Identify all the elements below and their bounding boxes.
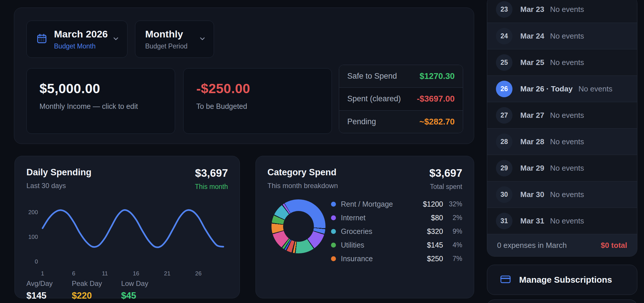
calendar-row[interactable]: 30Mar 30No events: [487, 181, 637, 208]
legend-label: Rent / Mortgage: [341, 200, 393, 208]
day-number-badge: 31: [496, 213, 512, 229]
legend-percent: 32%: [443, 200, 462, 208]
category-donut-chart: [271, 199, 325, 253]
category-spend-card: Category Spend This month breakdown $3,6…: [256, 156, 474, 298]
legend-value: $250: [427, 255, 443, 263]
daily-stat: Peak Day$220: [72, 279, 102, 301]
calendar-date-label: Mar 29: [520, 164, 544, 173]
y-axis-tick: 100: [28, 234, 38, 240]
category-spend-title: Category Spend: [267, 167, 338, 178]
x-axis-tick: 1: [41, 270, 44, 277]
budget-period-value: Monthly: [145, 28, 188, 40]
day-number-badge: 29: [496, 160, 512, 176]
daily-spending-line: [43, 210, 224, 247]
legend-value: $1200: [423, 200, 443, 208]
calendar-row-today[interactable]: 26Mar 26 · TodayNo events: [487, 75, 637, 102]
legend-percent: 7%: [443, 255, 462, 263]
spend-summary-row: Spent (cleared)-$3697.00: [339, 87, 463, 110]
calendar-events-text: No events: [550, 137, 584, 146]
calendar-row[interactable]: 29Mar 29No events: [487, 155, 637, 181]
to-be-budgeted-caption: To be Budgeted: [196, 102, 319, 111]
daily-spending-line-chart: 01002001611162126: [26, 192, 228, 279]
calendar-icon: [36, 33, 48, 46]
day-number-badge: 24: [496, 28, 512, 44]
category-spend-subtitle: This month breakdown: [267, 182, 338, 190]
spend-summary-value: $1270.30: [420, 71, 455, 81]
to-be-budgeted-card: -$250.00 To be Budgeted: [183, 68, 332, 134]
x-axis-tick: 16: [133, 270, 139, 277]
daily-stat-label: Avg/Day: [26, 279, 53, 288]
calendar-events-list[interactable]: 23Mar 23No events24Mar 24No events25Mar …: [487, 0, 637, 257]
x-axis-tick: 11: [102, 270, 108, 277]
calendar-row[interactable]: 31Mar 31No events: [487, 208, 637, 234]
legend-dot-icon: [331, 243, 336, 248]
calendar-row[interactable]: 25Mar 25No events: [487, 49, 637, 75]
legend-value: $145: [427, 241, 443, 249]
legend-value: $320: [427, 227, 443, 236]
legend-value: $80: [431, 214, 443, 222]
budget-month-dropdown[interactable]: March 2026 Budget Month: [26, 21, 127, 58]
y-axis-tick: 200: [28, 209, 38, 215]
day-number-badge: 27: [496, 107, 512, 124]
expenses-total-text: $0 total: [601, 241, 627, 250]
x-axis-tick: 6: [72, 270, 75, 277]
legend-row: Insurance$2507%: [331, 253, 462, 264]
legend-percent: 4%: [443, 241, 462, 249]
monthly-income-amount: $5,000.00: [39, 81, 162, 96]
budget-month-label: Budget Month: [54, 42, 108, 50]
legend-percent: 9%: [443, 228, 462, 235]
monthly-income-card[interactable]: $5,000.00 Monthly Income — click to edit: [26, 68, 175, 134]
legend-label: Internet: [341, 214, 366, 222]
legend-row: Groceries$3209%: [331, 226, 462, 237]
daily-spending-title: Daily Spending: [26, 167, 91, 178]
daily-spending-subtitle: Last 30 days: [26, 182, 91, 190]
chevron-down-icon: [199, 35, 206, 44]
day-number-badge: 23: [496, 1, 512, 18]
calendar-date-label: Mar 31: [520, 217, 544, 226]
spend-summary-value: ~$282.70: [419, 117, 455, 127]
daily-stat-value: $145: [26, 291, 53, 301]
legend-row: Utilities$1454%: [331, 239, 462, 251]
calendar-events-text: No events: [550, 5, 584, 14]
daily-spending-total: $3,697: [195, 167, 228, 179]
calendar-row[interactable]: 28Mar 28No events: [487, 128, 637, 155]
daily-stat-label: Peak Day: [72, 279, 102, 288]
spend-summary-label: Safe to Spend: [347, 72, 397, 81]
calendar-row[interactable]: 24Mar 24No events: [487, 23, 637, 49]
expenses-count-text: 0 expenses in March: [497, 241, 567, 250]
spend-summary-row: Safe to Spend$1270.30: [339, 65, 463, 87]
category-legend: Rent / Mortgage$120032%Internet$802%Groc…: [331, 198, 462, 264]
calendar-date-label: Mar 24: [520, 32, 544, 41]
legend-label: Utilities: [341, 241, 364, 249]
calendar-events-text: No events: [550, 164, 584, 173]
legend-label: Groceries: [341, 227, 372, 236]
legend-percent: 2%: [443, 214, 462, 222]
calendar-events-text: No events: [550, 190, 584, 199]
calendar-date-label: Mar 26 · Today: [520, 84, 573, 93]
calendar-events-text: No events: [550, 217, 584, 226]
calendar-row[interactable]: 23Mar 23No events: [487, 0, 637, 23]
manage-subscriptions-button[interactable]: Manage Subscriptions: [487, 265, 637, 295]
calendar-events-text: No events: [550, 111, 584, 120]
legend-dot-icon: [331, 256, 336, 261]
legend-dot-icon: [331, 215, 336, 220]
budget-summary-panel: March 2026 Budget Month Monthly Budget P…: [14, 8, 474, 144]
calendar-row[interactable]: 27Mar 27No events: [487, 102, 637, 128]
manage-subscriptions-label: Manage Subscriptions: [519, 275, 612, 285]
calendar-date-label: Mar 25: [520, 58, 544, 67]
calendar-date-label: Mar 28: [520, 137, 544, 146]
budget-month-value: March 2026: [54, 28, 108, 40]
calendar-date-label: Mar 30: [520, 190, 544, 199]
daily-stat-label: Low Day: [121, 279, 148, 288]
daily-spending-card: Daily Spending Last 30 days $3,697 This …: [15, 156, 240, 298]
calendar-events-text: No events: [578, 84, 612, 93]
category-spend-total: $3,697: [429, 167, 462, 179]
legend-dot-icon: [331, 229, 336, 234]
x-axis-tick: 26: [195, 270, 202, 277]
y-axis-tick: 0: [35, 258, 38, 265]
calendar-date-label: Mar 27: [520, 111, 544, 120]
legend-row: Internet$802%: [331, 212, 462, 223]
daily-stat: Avg/Day$145: [26, 279, 53, 301]
calendar-events-text: No events: [550, 32, 584, 41]
budget-period-dropdown[interactable]: Monthly Budget Period: [135, 21, 214, 58]
